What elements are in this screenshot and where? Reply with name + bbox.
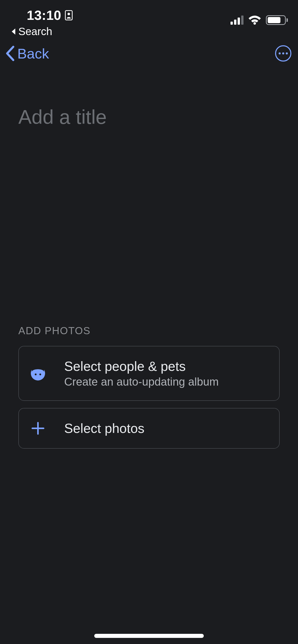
dot-icon [286,52,288,54]
dot-icon [282,52,284,54]
option-text: Select photos [64,421,144,436]
title-area [18,106,280,129]
wifi-icon [248,15,261,25]
option-title: Select photos [64,421,144,436]
status-bar: 13:10 Search [0,0,298,38]
svg-point-1 [67,13,70,15]
status-time: 13:10 [27,8,61,23]
plus-icon [29,421,47,435]
option-select-people-pets[interactable]: Select people & pets Create an auto-upda… [18,346,280,401]
face-icon [29,366,47,381]
status-left: 13:10 Search [10,8,73,38]
home-indicator[interactable] [94,634,204,638]
nav-bar: Back [0,41,298,66]
title-input[interactable] [18,106,280,129]
back-button-label: Back [17,45,49,62]
dot-icon [279,52,281,54]
chevron-left-icon [5,45,16,62]
breadcrumb-back[interactable]: Search [10,25,73,38]
status-time-row: 13:10 [10,8,73,23]
cellular-icon [231,16,243,25]
battery-icon [266,15,288,25]
svg-point-4 [35,374,37,375]
option-list: Select people & pets Create an auto-upda… [18,346,280,449]
triangle-left-icon [11,28,16,35]
svg-point-2 [253,22,256,25]
option-subtitle: Create an auto-updating album [64,375,219,388]
option-title: Select people & pets [64,359,219,374]
svg-point-5 [39,374,41,375]
back-button[interactable]: Back [5,45,49,62]
id-card-icon [65,10,73,20]
option-text: Select people & pets Create an auto-upda… [64,359,219,388]
option-select-photos[interactable]: Select photos [18,408,280,449]
breadcrumb-label: Search [18,25,52,38]
section-header-add-photos: ADD PHOTOS [18,325,91,336]
status-right [231,8,288,25]
more-button[interactable] [275,45,291,62]
